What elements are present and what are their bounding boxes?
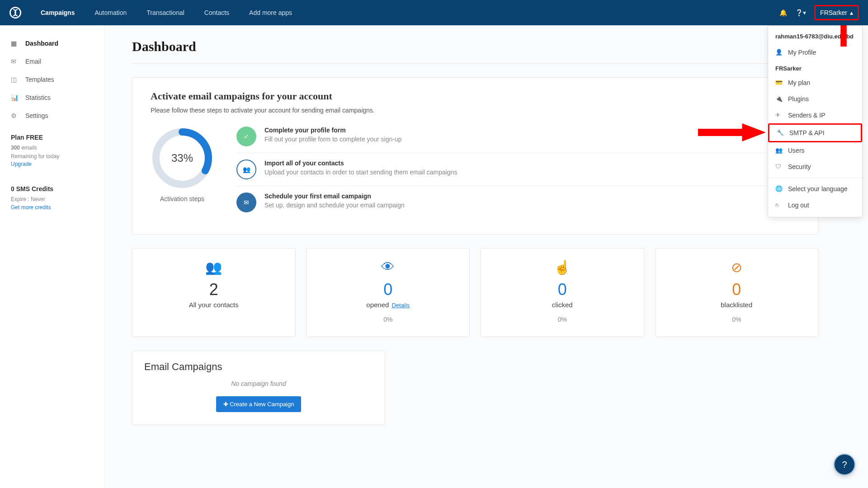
question-icon: ? [842,460,847,470]
campaigns-empty: No campaign found [144,380,373,387]
activation-percent: 33% [171,152,193,164]
sidebar-item-label: Dashboard [25,40,58,47]
sidebar-item-email[interactable]: ✉Email [0,52,104,70]
stat-contacts: 👥 2 All your contacts [132,248,296,337]
dropdown-label: Users [788,147,805,154]
globe-icon: 🌐 [775,185,783,192]
ban-icon: ⊘ [660,259,814,276]
nav-automation[interactable]: Automation [86,1,135,24]
stat-blacklisted: ⊘ 0 blacklisted 0% [655,248,819,337]
envelope-icon: ✉ [11,58,19,65]
sms-block: 0 SMS Credits Expire : Never Get more cr… [0,176,104,219]
stat-percent: 0% [311,316,465,323]
stats-icon: 📊 [11,94,19,101]
step-title: Schedule your first email campaign [264,192,405,200]
nav-transactional[interactable]: Transactional [138,1,193,24]
stat-opened: 👁 0 openedDetails 0% [307,248,470,337]
dropdown-users[interactable]: 👥Users [768,142,862,159]
step-schedule-campaign[interactable]: ✉ Schedule your first email campaignSet … [236,186,800,219]
nav-campaigns[interactable]: Campaigns [33,1,83,24]
nav-add-apps[interactable]: Add more apps [241,1,300,24]
main-content: Dashboard Activate email campaigns for y… [105,25,868,488]
sidebar-item-dashboard[interactable]: ▦Dashboard [0,34,104,52]
plan-title: Plan FREE [11,134,94,141]
user-menu-button[interactable]: FRSarker ▴ [814,5,859,20]
nav-right: 🔔 ❔▾ FRSarker ▴ [779,5,859,20]
stat-label: opened [366,301,389,309]
step-title: Import all of your contacts [264,160,457,167]
sidebar: ▦Dashboard ✉Email ◫Templates 📊Statistics… [0,25,105,488]
sidebar-item-templates[interactable]: ◫Templates [0,70,104,89]
users-icon: 👥 [775,147,783,154]
sidebar-item-statistics[interactable]: 📊Statistics [0,89,104,107]
email-campaigns-card: Email Campaigns No campaign found ✚ Crea… [132,351,385,425]
dashboard-icon: ▦ [11,40,19,47]
dropdown-label: My plan [788,79,810,86]
activation-percent-label: Activation steps [151,195,214,202]
stat-clicked: ☝ 0 clicked 0% [481,248,644,337]
dropdown-smtp-api[interactable]: 🔧SMTP & API [768,123,862,142]
stat-label: All your contacts [137,301,291,309]
stats-grid: 👥 2 All your contacts 👁 0 openedDetails … [132,248,818,337]
envelope-icon: ✉ [236,192,256,212]
help-fab-button[interactable]: ? [834,454,855,475]
dropdown-my-plan[interactable]: 💳My plan [768,75,862,91]
templates-icon: ◫ [11,76,19,83]
dropdown-security[interactable]: 🛡Security [768,159,862,175]
nav-items: Campaigns Automation Transactional Conta… [33,1,300,24]
dropdown-divider [768,178,862,178]
divider [132,63,818,64]
activation-card: Activate email campaigns for your accoun… [132,77,818,235]
dropdown-logout[interactable]: ⎋Log out [768,197,862,213]
step-title: Complete your profile form [264,127,401,134]
sidebar-item-label: Statistics [25,94,51,101]
help-icon[interactable]: ❔▾ [795,9,806,16]
top-nav: Campaigns Automation Transactional Conta… [0,0,868,25]
pointer-icon: ☝ [486,259,639,276]
dropdown-label: Log out [788,202,809,209]
stat-percent: 0% [660,316,814,323]
sidebar-item-label: Email [25,58,41,65]
stat-label: clicked [486,301,639,309]
sms-credits-link[interactable]: Get more credits [11,204,94,211]
dropdown-label: Plugins [788,95,809,103]
sidebar-item-settings[interactable]: ⚙Settings [0,107,104,125]
user-dropdown: rahman15-6783@diu.edu.bd 👤My Profile FRS… [768,25,863,217]
dropdown-label: My Profile [788,49,816,56]
card-icon: 💳 [775,79,783,86]
dropdown-language[interactable]: 🌐Select your language [768,181,862,197]
gear-icon: ⚙ [11,112,19,119]
sidebar-item-label: Settings [25,112,48,119]
user-name: FRSarker [820,9,847,16]
notifications-icon[interactable]: 🔔 [779,9,787,16]
activation-steps: ✓ Complete your profile formFill out you… [236,127,800,219]
plan-emails: 300 emails [11,144,94,152]
dropdown-label: Select your language [788,185,848,192]
user-icon: 👤 [775,49,783,56]
nav-contacts[interactable]: Contacts [196,1,237,24]
sms-expire: Expire : Never [11,195,94,204]
step-desc: Set up, design and schedule your email c… [264,202,405,209]
logout-icon: ⎋ [775,202,783,208]
contacts-icon: 👥 [137,259,291,276]
step-desc: Upload your contacts in order to start s… [264,169,457,176]
plan-block: Plan FREE 300 emails Remaining for today… [0,125,104,176]
dropdown-plugins[interactable]: 🔌Plugins [768,91,862,107]
dropdown-label: Security [788,163,811,170]
stat-value: 0 [486,280,639,299]
create-campaign-button[interactable]: ✚ Create a New Campaign [216,396,302,412]
dropdown-my-profile[interactable]: 👤My Profile [768,44,862,61]
upgrade-link[interactable]: Upgrade [11,161,94,167]
details-link[interactable]: Details [392,302,410,309]
activation-subtitle: Please follow these steps to activate yo… [151,107,800,114]
dropdown-senders-ip[interactable]: ✈Senders & IP [768,107,862,123]
stat-value: 0 [311,280,465,299]
step-import-contacts[interactable]: 👥 Import all of your contactsUpload your… [236,153,800,186]
activation-progress: 33% Activation steps [151,127,214,202]
check-icon: ✓ [236,127,256,146]
dropdown-email: rahman15-6783@diu.edu.bd [768,29,862,44]
sms-title: 0 SMS Credits [11,185,94,192]
activation-title: Activate email campaigns for your accoun… [151,90,800,102]
wrench-icon: 🔧 [777,129,784,136]
campaigns-title: Email Campaigns [144,361,373,373]
